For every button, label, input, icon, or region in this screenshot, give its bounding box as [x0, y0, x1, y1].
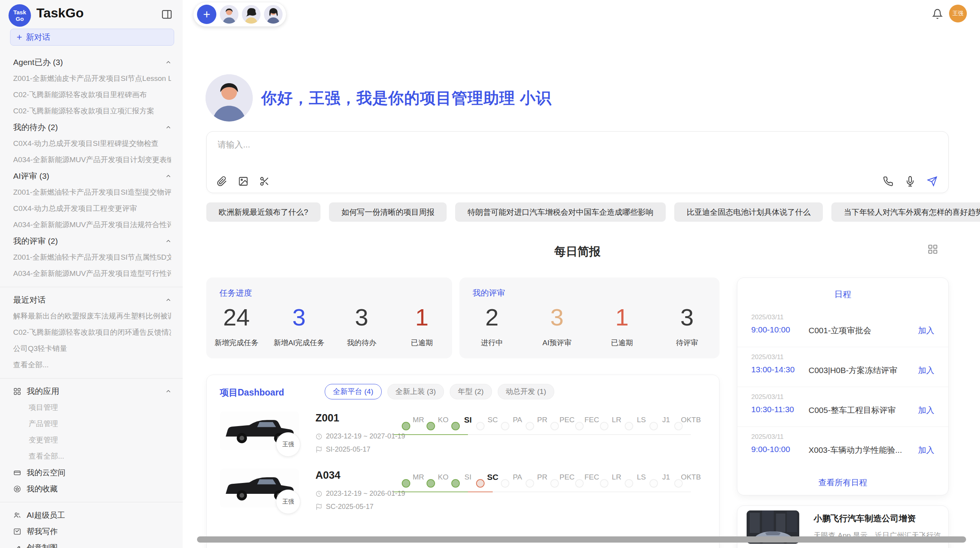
my-review-card: 我的评审 2 进行中 3 AI预评审 1 已逾期	[459, 277, 720, 358]
sidebar-row[interactable]	[0, 282, 183, 292]
stat-value: 3	[338, 301, 385, 333]
milestone-dot	[427, 422, 435, 430]
avatar[interactable]	[264, 5, 283, 24]
schedule-time: 9:00-10:00	[751, 445, 790, 454]
chat-input[interactable]	[217, 139, 760, 150]
paperclip-icon[interactable]	[217, 176, 227, 187]
horizontal-scrollbar[interactable]	[197, 536, 966, 543]
sidebar-app-item[interactable]: 查看全部...	[0, 448, 183, 464]
milestone-dot	[575, 479, 584, 488]
view-all-schedule-link[interactable]: 查看所有日程	[737, 477, 948, 488]
join-link[interactable]: 加入	[918, 365, 934, 376]
suggestion-chip[interactable]: 欧洲新规最近颁布了什么?	[206, 202, 320, 222]
join-link[interactable]: 加入	[918, 405, 934, 416]
chat-composer	[206, 131, 949, 193]
sidebar-app-item[interactable]: 产品管理	[0, 416, 183, 432]
milestone-dot	[625, 479, 633, 488]
sidebar-row[interactable]: Z001-全新燃油皮卡产品开发项目SI节点Lesson Learn报告	[0, 70, 183, 87]
sidebar-apps-list: 项目管理 产品管理 变更管理 查看全部...	[0, 399, 183, 464]
sidebar-row[interactable]: 查看全部...	[0, 357, 183, 373]
news-title: 小鹏飞行汽车制造公司增资	[814, 513, 916, 524]
chevron-up-icon[interactable]	[165, 124, 172, 131]
dashboard-tab[interactable]: 全新上装 (3)	[387, 384, 444, 399]
sidebar-row[interactable]: Z001-全新燃油轻卡产品开发项目SI节点属性5D文件评审	[0, 249, 183, 265]
send-icon[interactable]	[927, 176, 937, 187]
schedule-entry: 2025/03/11 13:00-14:30 C003|H0B-方案冻结评审 加…	[737, 347, 948, 387]
milestone-timeline: MR KO SI	[406, 471, 703, 483]
sidebar-row[interactable]: C02-飞腾新能源轻客改款项目的闭环通告反馈情况	[0, 324, 183, 341]
milestone-dot	[575, 422, 584, 430]
schedule-time: 10:30-11:30	[751, 405, 794, 414]
sidebar-item-favorites[interactable]: 我的收藏	[0, 481, 183, 497]
suggestion-chip[interactable]: 如何写一份清晰的项目周报	[329, 202, 447, 222]
schedule-date: 2025/03/11	[751, 313, 784, 321]
join-link[interactable]: 加入	[918, 325, 934, 336]
cloud-space-label: 我的云空间	[27, 464, 65, 481]
schedule-time: 13:00-14:30	[751, 365, 795, 374]
greeting-text: 你好，王强，我是你的项目管理助理 小识	[261, 87, 552, 109]
sidebar-row[interactable]: 我的待办 (2)	[0, 119, 183, 135]
dashboard-tab[interactable]: 动总开发 (1)	[498, 384, 555, 399]
schedule-list: 2025/03/11 9:00-10:00 C001-立项审批会 加入 2025…	[737, 307, 948, 466]
dashboard-tab[interactable]: 年型 (2)	[450, 384, 492, 399]
sidebar-row[interactable]: AI评审 (3)	[0, 168, 183, 184]
sidebar-row[interactable]: C0X4-动力总成开发项目SI里程碑提交物检查	[0, 135, 183, 152]
suggestion-chip[interactable]: 当下年轻人对汽车外观有怎样的喜好趋势	[831, 202, 980, 222]
sidebar-divider	[0, 497, 183, 507]
stat-label: 已逾期	[399, 338, 445, 348]
join-link[interactable]: 加入	[918, 445, 934, 456]
sidebar-row[interactable]: 公司Q3轻卡销量	[0, 341, 183, 357]
project-row[interactable]: 王强 Z001 2023-12-19 ~ 2027-01-19 SI-2025-…	[207, 408, 719, 465]
sidebar-row[interactable]: C02-飞腾新能源轻客改款项目立项汇报方案	[0, 103, 183, 119]
sidebar-item-my-apps[interactable]: 我的应用	[0, 383, 183, 399]
suggestion-chip[interactable]: 比亚迪全固态电池计划具体说了什么	[674, 202, 823, 222]
sidebar-item-writing[interactable]: 帮我写作	[0, 523, 183, 539]
stat-item: 24 新增完成任务	[213, 301, 260, 348]
sidebar-app-item[interactable]: 变更管理	[0, 432, 183, 448]
notification-bell-icon[interactable]	[932, 9, 943, 19]
user-avatar[interactable]: 王强	[949, 5, 967, 22]
sidebar-item-cloud-space[interactable]: 我的云空间	[0, 464, 183, 481]
sidebar-item-ai-staff[interactable]: AI超级员工	[0, 507, 183, 523]
stat-label: 新增完成任务	[213, 338, 260, 348]
plus-icon: +	[17, 33, 22, 42]
milestone-dot	[600, 422, 608, 430]
sidebar-item-drawing[interactable]: 创意制图	[0, 539, 183, 548]
sidebar-row[interactable]: C02-飞腾新能源轻客改款项目里程碑画布	[0, 87, 183, 103]
scissors-icon[interactable]	[259, 176, 270, 187]
sidebar-row[interactable]: 我的评审 (2)	[0, 233, 183, 249]
sidebar-row[interactable]: 最近对话	[0, 292, 183, 308]
image-icon[interactable]	[238, 176, 248, 187]
sidebar-row[interactable]: Z001-全新燃油轻卡产品开发项目SI造型提交物评审	[0, 184, 183, 200]
chevron-up-icon[interactable]	[165, 388, 172, 395]
sidebar-app-item[interactable]: 项目管理	[0, 399, 183, 416]
new-chat-button[interactable]: + 新对话	[10, 29, 174, 46]
stat-item: 1 已逾期	[599, 301, 645, 348]
sidebar-row[interactable]: A034-全新新能源MUV产品开发项目计划变更表编写	[0, 152, 183, 168]
chevron-up-icon[interactable]	[165, 173, 172, 180]
avatar[interactable]	[242, 5, 260, 24]
project-row[interactable]: 王强 A034 2023-12-19 ~ 2026-01-19 SC-2025-…	[207, 465, 719, 522]
milestone-dot	[451, 479, 460, 488]
sidebar-row[interactable]: A034-全新新能源MUV产品开发项目法规符合性评审	[0, 217, 183, 233]
project-flag-date: SI-2025-05-17	[315, 445, 370, 454]
project-date-range: 2023-12-19 ~ 2027-01-19	[315, 432, 405, 440]
sidebar-row[interactable]: A034-全新新能源MUV产品开发项目造型可行性评审	[0, 265, 183, 282]
greeting-block: 你好，王强，我是你的项目管理助理 小识	[206, 74, 552, 122]
chevron-up-icon[interactable]	[165, 238, 172, 245]
add-session-button[interactable]: +	[197, 5, 216, 24]
dashboard-tab[interactable]: 全新平台 (4)	[325, 384, 382, 399]
chevron-up-icon[interactable]	[165, 296, 172, 303]
milestone-dot	[476, 479, 485, 488]
sidebar-row[interactable]: 解释最新出台的欧盟报废车法规再生塑料比例被调至15%...	[0, 308, 183, 324]
microphone-icon[interactable]	[905, 176, 915, 187]
avatar[interactable]	[220, 5, 238, 24]
phone-icon[interactable]	[883, 176, 893, 187]
sidebar-row[interactable]: Agent已办 (3)	[0, 54, 183, 70]
sidebar-row[interactable]: C0X4-动力总成开发项目工程变更评审	[0, 200, 183, 217]
layout-grid-icon[interactable]	[927, 244, 938, 255]
stat-item: 3 待评审	[664, 301, 710, 348]
sidebar-collapse-icon[interactable]	[161, 9, 173, 20]
suggestion-chip[interactable]: 特朗普可能对进口汽车增税会对中国车企造成哪些影响	[455, 202, 666, 222]
chevron-up-icon[interactable]	[165, 59, 172, 66]
